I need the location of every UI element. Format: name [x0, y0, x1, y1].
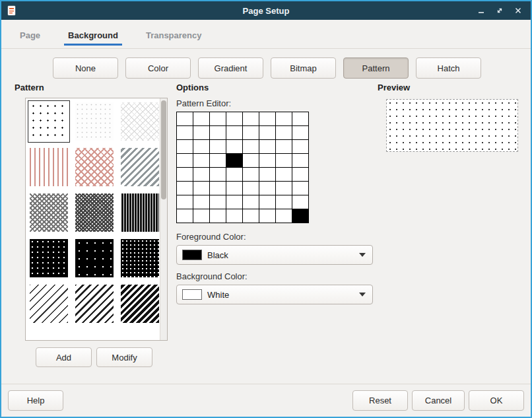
pattern-editor-cell[interactable] [259, 182, 275, 195]
close-button[interactable] [512, 5, 524, 17]
pattern-editor-cell[interactable] [292, 168, 308, 181]
pattern-swatch-hatch-light[interactable] [119, 100, 161, 143]
pattern-editor-cell[interactable] [193, 126, 209, 139]
fill-gradient-button[interactable]: Gradient [198, 57, 263, 79]
pattern-editor-cell[interactable] [276, 195, 292, 209]
pattern-editor-cell[interactable] [276, 154, 292, 167]
pattern-editor-cell[interactable] [193, 195, 209, 209]
pattern-editor-cell[interactable] [210, 154, 226, 167]
pattern-list-scrollbar[interactable] [160, 98, 167, 340]
pattern-editor-cell[interactable] [193, 112, 209, 125]
pattern-editor-cell[interactable] [193, 168, 209, 181]
tab-background[interactable]: Background [64, 30, 122, 48]
pattern-swatch-crosshatch-medium[interactable] [28, 192, 70, 234]
pattern-editor-cell[interactable] [292, 126, 308, 139]
pattern-swatch-black-white-dots-sparse[interactable] [73, 237, 116, 279]
pattern-editor-cell[interactable] [177, 195, 193, 209]
pattern-editor-cell[interactable] [226, 154, 242, 167]
pattern-editor-cell[interactable] [226, 195, 242, 209]
reset-button[interactable]: Reset [352, 390, 408, 411]
pattern-editor-cell[interactable] [292, 112, 308, 125]
background-color-dropdown[interactable]: White [176, 285, 373, 304]
add-button[interactable]: Add [36, 347, 92, 367]
pattern-editor-cell[interactable] [226, 168, 242, 181]
pattern-editor-cell[interactable] [276, 126, 292, 139]
fill-bitmap-button[interactable]: Bitmap [271, 57, 336, 79]
pattern-editor-cell[interactable] [177, 168, 193, 181]
pattern-swatch-diamond-red[interactable] [73, 146, 116, 188]
pattern-editor-cell[interactable] [226, 126, 242, 139]
pattern-swatch-lines-vertical-red[interactable] [28, 146, 70, 188]
pattern-swatch-black-white-dots-coarse[interactable] [28, 237, 70, 279]
pattern-editor-cell[interactable] [243, 154, 259, 167]
pattern-editor-cell[interactable] [292, 154, 308, 167]
fill-none-button[interactable]: None [53, 57, 118, 79]
pattern-editor-cell[interactable] [177, 154, 193, 167]
pattern-editor-cell[interactable] [276, 168, 292, 181]
scrollbar-thumb[interactable] [161, 100, 166, 199]
pattern-editor-cell[interactable] [259, 112, 275, 125]
pattern-editor-cell[interactable] [292, 140, 308, 153]
pattern-editor-cell[interactable] [292, 209, 308, 223]
pattern-editor-cell[interactable] [243, 195, 259, 209]
fill-hatch-button[interactable]: Hatch [416, 57, 481, 79]
pattern-editor-cell[interactable] [210, 140, 226, 153]
pattern-swatch-diagonal-gray[interactable] [119, 146, 161, 188]
pattern-swatch-diagonal-medium[interactable] [73, 283, 116, 325]
cancel-button[interactable]: Cancel [412, 390, 465, 411]
pattern-editor-cell[interactable] [243, 168, 259, 181]
modify-button[interactable]: Modify [96, 347, 152, 367]
pattern-editor-cell[interactable] [177, 126, 193, 139]
pattern-editor-cell[interactable] [259, 209, 275, 223]
pattern-editor-cell[interactable] [177, 112, 193, 125]
pattern-editor-cell[interactable] [193, 154, 209, 167]
pattern-editor-cell[interactable] [210, 209, 226, 223]
foreground-color-dropdown[interactable]: Black [176, 245, 373, 265]
pattern-swatch-stripes-vertical-dark[interactable] [119, 192, 161, 234]
pattern-editor-cell[interactable] [210, 195, 226, 209]
pattern-editor-cell[interactable] [276, 182, 292, 195]
pattern-editor-cell[interactable] [259, 140, 275, 153]
tab-transparency[interactable]: Transparency [142, 30, 206, 48]
pattern-editor-cell[interactable] [243, 112, 259, 125]
pattern-editor-cell[interactable] [177, 140, 193, 153]
pattern-editor-cell[interactable] [243, 126, 259, 139]
pattern-swatch-dots-faint[interactable] [73, 100, 116, 143]
pattern-swatch-dots-sparse[interactable] [28, 100, 70, 143]
pattern-swatch-diagonal-thin[interactable] [28, 283, 70, 325]
pattern-swatch-diagonal-bold[interactable] [119, 283, 161, 325]
pattern-editor-cell[interactable] [243, 140, 259, 153]
pattern-editor-cell[interactable] [243, 182, 259, 195]
pattern-editor-cell[interactable] [259, 168, 275, 181]
pattern-editor-cell[interactable] [276, 112, 292, 125]
pattern-editor-cell[interactable] [226, 140, 242, 153]
pattern-editor-cell[interactable] [210, 112, 226, 125]
pattern-list[interactable] [25, 98, 168, 341]
pattern-editor-cell[interactable] [177, 209, 193, 223]
pattern-editor-cell[interactable] [210, 182, 226, 195]
fill-color-button[interactable]: Color [125, 57, 191, 79]
pattern-editor-cell[interactable] [243, 209, 259, 223]
pattern-editor-cell[interactable] [193, 209, 209, 223]
pattern-editor-cell[interactable] [193, 182, 209, 195]
pattern-editor-cell[interactable] [226, 209, 242, 223]
pattern-editor-cell[interactable] [226, 112, 242, 125]
fill-pattern-button[interactable]: Pattern [343, 57, 409, 79]
pattern-editor-cell[interactable] [177, 182, 193, 195]
help-button[interactable]: Help [8, 390, 63, 411]
pattern-editor-cell[interactable] [292, 182, 308, 195]
pattern-editor-cell[interactable] [226, 182, 242, 195]
pattern-swatch-black-white-dots-fine[interactable] [119, 237, 161, 279]
pattern-editor-cell[interactable] [292, 195, 308, 209]
pattern-editor-cell[interactable] [259, 154, 275, 167]
pattern-editor-cell[interactable] [276, 140, 292, 153]
pattern-editor-cell[interactable] [259, 195, 275, 209]
pattern-swatch-crosshatch-dense[interactable] [73, 192, 116, 234]
pattern-editor-cell[interactable] [210, 126, 226, 139]
pattern-editor-cell[interactable] [259, 126, 275, 139]
ok-button[interactable]: OK [469, 390, 524, 411]
maximize-button[interactable] [494, 5, 506, 17]
pattern-editor-cell[interactable] [193, 140, 209, 153]
tab-page[interactable]: Page [16, 30, 44, 48]
pattern-editor-cell[interactable] [276, 209, 292, 223]
